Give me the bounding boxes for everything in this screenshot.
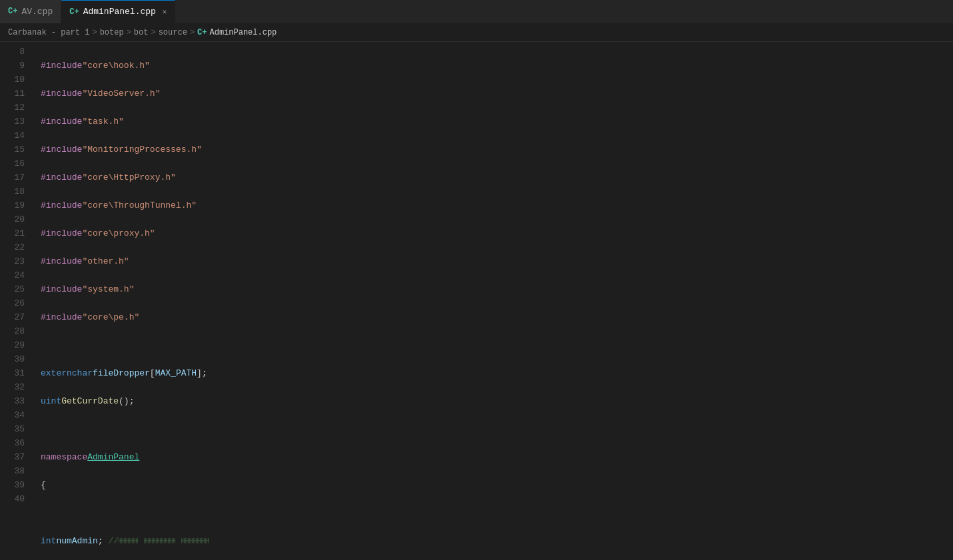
breadcrumb-file-icon: C+ [197,28,207,37]
tab-av-cpp-icon: C+ [8,7,17,16]
ln-26: 26 [5,296,25,310]
ln-23: 23 [5,254,25,268]
code-line-24 [41,506,953,520]
breadcrumb-part-1: Carbanak - part 1 [8,28,89,37]
tab-adminpanel-close[interactable]: ✕ [163,7,167,16]
ln-14: 14 [5,129,25,142]
ln-35: 35 [5,422,25,436]
code-line-9: #include "VideoServer.h" [41,87,953,101]
ln-19: 19 [5,198,25,212]
ln-21: 21 [5,226,25,240]
ln-18: 18 [5,184,25,198]
breadcrumb-part-4: source [159,28,187,37]
ln-11: 11 [5,87,25,101]
ln-25: 25 [5,282,25,296]
code-line-16: #include "system.h" [41,282,953,296]
ln-20: 20 [5,212,25,226]
ln-32: 32 [5,380,25,394]
code-line-19: extern char fileDropper[MAX_PATH]; [41,366,953,380]
ln-17: 17 [5,170,25,184]
ln-27: 27 [5,310,25,324]
editor: 8 9 10 11 12 13 14 15 16 17 18 19 20 21 … [0,42,953,560]
ln-8: 8 [5,45,25,59]
ln-36: 36 [5,436,25,450]
ln-39: 39 [5,478,25,492]
tab-av-cpp[interactable]: C+ AV.cpp [0,0,61,23]
ln-12: 12 [5,101,25,115]
breadcrumb-part-2: botep [100,28,124,37]
code-line-15: #include "other.h" [41,254,953,268]
ln-30: 30 [5,352,25,366]
line-numbers: 8 9 10 11 12 13 14 15 16 17 18 19 20 21 … [0,42,30,560]
ln-37: 37 [5,450,25,464]
code-line-23: { [41,478,953,492]
ln-33: 33 [5,394,25,408]
ln-10: 10 [5,73,25,87]
breadcrumb-file: AdminPanel.cpp [209,28,277,37]
ln-16: 16 [5,156,25,170]
ln-34: 34 [5,408,25,422]
ln-28: 28 [5,324,25,338]
code-line-11: #include "MonitoringProcesses.h" [41,142,953,156]
ln-40: 40 [5,492,25,506]
code-line-8: #include "core\hook.h" [41,59,953,73]
ln-22: 22 [5,240,25,254]
ln-29: 29 [5,338,25,352]
code-line-17: #include "core\pe.h" [41,310,953,324]
code-line-12: #include "core\HttpProxy.h" [41,170,953,184]
ln-38: 38 [5,464,25,478]
code-line-18 [41,338,953,352]
tab-bar: C+ AV.cpp C+ AdminPanel.cpp ✕ [0,0,953,23]
ln-24: 24 [5,268,25,282]
ln-9: 9 [5,59,25,73]
tab-adminpanel-label: AdminPanel.cpp [83,7,156,17]
ln-15: 15 [5,142,25,156]
breadcrumb-sep-3: > [151,28,155,37]
tab-adminpanel-cpp[interactable]: C+ AdminPanel.cpp ✕ [61,0,175,23]
code-line-20: uint GetCurrDate(); [41,394,953,408]
code-line-13: #include "core\ThroughTunnel.h" [41,198,953,212]
tab-adminpanel-icon: C+ [69,7,79,17]
breadcrumb-part-3: bot [134,28,149,37]
ln-13: 13 [5,115,25,129]
code-line-14: #include "core\proxy.h" [41,226,953,240]
code-line-25: int numAdmin; //ⲾⲾⲾⲾⲾ ⲾⲾⲾⲾⲾⲾⲾⲾ ⲾⲾⲾⲾⲾⲾⲾ [41,534,953,548]
breadcrumb: Carbanak - part 1 > botep > bot > source… [0,23,953,42]
breadcrumb-sep-2: > [127,28,131,37]
ln-31: 31 [5,366,25,380]
breadcrumb-sep-4: > [190,28,195,37]
code-line-21 [41,422,953,436]
code-line-10: #include "task.h" [41,115,953,129]
tab-av-cpp-label: AV.cpp [21,7,53,17]
code-line-22: namespace AdminPanel [41,450,953,464]
breadcrumb-sep-1: > [92,28,97,37]
code-area[interactable]: #include "core\hook.h" #include "VideoSe… [30,42,953,560]
